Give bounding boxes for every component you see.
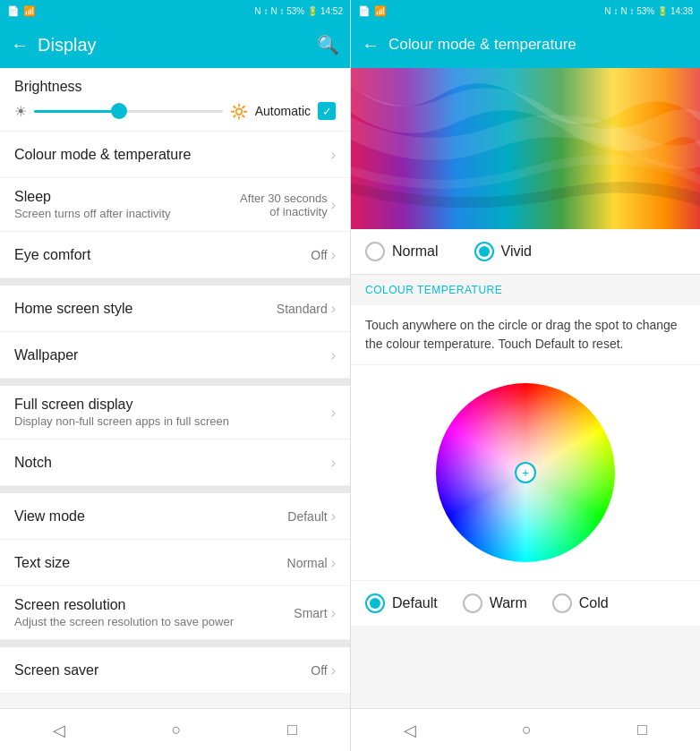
home-screen-item[interactable]: Home screen style Standard › [0, 286, 350, 332]
text-size-chevron: › [331, 555, 336, 571]
brightness-label: Brightness [14, 79, 336, 95]
left-bottom-nav: ◁ ○ □ [0, 708, 350, 751]
data-icon: ↕ [263, 6, 268, 16]
search-button[interactable]: 🔍 [317, 34, 339, 55]
notch-item[interactable]: Notch › [0, 440, 350, 486]
colour-mode-right: › [331, 147, 336, 163]
screen-res-subtitle: Adjust the screen resolution to save pow… [14, 615, 294, 628]
colour-wheel[interactable]: + [436, 383, 615, 562]
screen-saver-right: Off › [311, 662, 336, 678]
right-time: 14:38 [670, 6, 693, 16]
left-back-button[interactable]: ← [11, 35, 29, 55]
auto-label: Automatic [255, 104, 311, 118]
auto-checkbox[interactable]: ✓ [318, 102, 336, 120]
cold-temp-radio[interactable] [552, 593, 572, 613]
full-screen-item[interactable]: Full screen display Display non-full scr… [0, 386, 350, 440]
divider-1 [0, 278, 350, 286]
left-recent-nav[interactable]: □ [273, 713, 312, 747]
screen-res-value: Smart [294, 606, 327, 620]
n-icon: N [254, 6, 260, 16]
eye-comfort-value: Off [311, 248, 327, 262]
right-header-title: Colour mode & temperature [388, 36, 689, 54]
wheel-center-dot[interactable]: + [515, 462, 536, 483]
default-temp-radio[interactable] [365, 593, 385, 613]
eye-comfort-item[interactable]: Eye comfort Off › [0, 232, 350, 278]
screen-saver-item[interactable]: Screen saver Off › [0, 647, 350, 694]
screen-res-title: Screen resolution [14, 597, 294, 613]
temp-options-row: Default Warm Cold [351, 580, 700, 626]
full-screen-subtitle: Display non-full screen apps in full scr… [14, 414, 331, 428]
notch-chevron: › [331, 455, 336, 471]
vivid-radio-inner [479, 246, 490, 257]
warm-temp-option[interactable]: Warm [463, 593, 527, 613]
right-status-left: 📄 📶 [358, 5, 387, 17]
sleep-chevron: › [331, 197, 336, 213]
colour-mode-chevron: › [331, 147, 336, 163]
colour-preview-image [351, 68, 700, 229]
sleep-value: After 30 seconds [240, 192, 328, 205]
default-temp-option[interactable]: Default [365, 593, 438, 613]
notch-title: Notch [14, 455, 331, 471]
left-back-nav[interactable]: ◁ [38, 713, 80, 747]
colour-mode-item[interactable]: Colour mode & temperature › [0, 132, 350, 178]
wifi-icon: 📶 [23, 5, 36, 17]
full-screen-title: Full screen display [14, 397, 331, 413]
wallpaper-item[interactable]: Wallpaper › [0, 332, 350, 379]
vivid-option[interactable]: Vivid [474, 242, 532, 261]
right-status-right: N ↕ N ↕ 53% 🔋 14:38 [604, 6, 693, 16]
screen-saver-left: Screen saver [14, 662, 311, 678]
vivid-label: Vivid [501, 243, 532, 260]
divider-2 [0, 379, 350, 386]
right-panel: 📄 📶 N ↕ N ↕ 53% 🔋 14:38 ← Colour mode & … [350, 0, 700, 751]
left-header-title: Display [38, 35, 308, 55]
left-home-nav[interactable]: ○ [158, 713, 196, 747]
normal-option[interactable]: Normal [365, 242, 439, 261]
brightness-slider[interactable] [34, 102, 223, 120]
text-size-title: Text size [14, 555, 287, 571]
default-temp-radio-inner [370, 598, 380, 609]
colour-temp-section-header: COLOUR TEMPERATURE [351, 275, 700, 305]
right-recent-nav[interactable]: □ [623, 713, 662, 747]
notch-right: › [331, 455, 336, 471]
view-mode-item[interactable]: View mode Default › [0, 493, 350, 540]
sleep-item[interactable]: Sleep Screen turns off after inactivity … [0, 178, 350, 232]
sun-small-icon: ☀ [14, 103, 27, 120]
left-status-bar: 📄 📶 N ↕ N ↕ 53% 🔋 14:52 [0, 0, 350, 21]
colour-mode-selection: Normal Vivid [351, 229, 700, 275]
text-size-item[interactable]: Text size Normal › [0, 540, 350, 586]
screen-saver-chevron: › [331, 662, 336, 678]
slider-track [34, 110, 223, 113]
full-screen-chevron: › [331, 405, 336, 421]
wallpaper-left: Wallpaper [14, 347, 331, 363]
divider-3 [0, 486, 350, 493]
temp-description: Touch anywhere on the circle or drag the… [351, 305, 700, 365]
warm-temp-radio[interactable] [463, 593, 482, 613]
battery-percent: N ↕ 53% 🔋 [270, 6, 318, 16]
right-back-button[interactable]: ← [362, 35, 380, 55]
sun-large-icon: 🔆 [230, 103, 248, 120]
screen-res-chevron: › [331, 605, 336, 621]
right-header: ← Colour mode & temperature [351, 21, 700, 68]
view-mode-title: View mode [14, 508, 287, 525]
warm-temp-label: Warm [490, 595, 527, 611]
cold-temp-option[interactable]: Cold [552, 593, 609, 613]
sleep-left: Sleep Screen turns off after inactivity [14, 189, 240, 220]
screen-res-item[interactable]: Screen resolution Adjust the screen reso… [0, 586, 350, 640]
brightness-row: Brightness ☀ 🔆 Automatic ✓ [0, 68, 350, 132]
right-n-icon: N [604, 6, 610, 16]
colour-wheel-container[interactable]: + [351, 365, 700, 580]
screen-res-left: Screen resolution Adjust the screen reso… [14, 597, 294, 628]
slider-fill [34, 110, 119, 113]
vivid-radio[interactable] [474, 242, 494, 261]
right-wifi-icon: 📶 [374, 5, 387, 17]
sleep-right: After 30 seconds of inactivity › [240, 192, 336, 218]
right-back-nav[interactable]: ◁ [389, 713, 431, 747]
colour-mode-left: Colour mode & temperature [14, 147, 331, 163]
normal-radio[interactable] [365, 242, 385, 261]
slider-thumb[interactable] [111, 103, 127, 119]
brightness-controls: ☀ 🔆 Automatic ✓ [14, 102, 336, 120]
right-home-nav[interactable]: ○ [508, 713, 546, 747]
view-mode-left: View mode [14, 508, 287, 525]
text-size-right: Normal › [287, 555, 336, 571]
full-screen-right: › [331, 405, 336, 421]
